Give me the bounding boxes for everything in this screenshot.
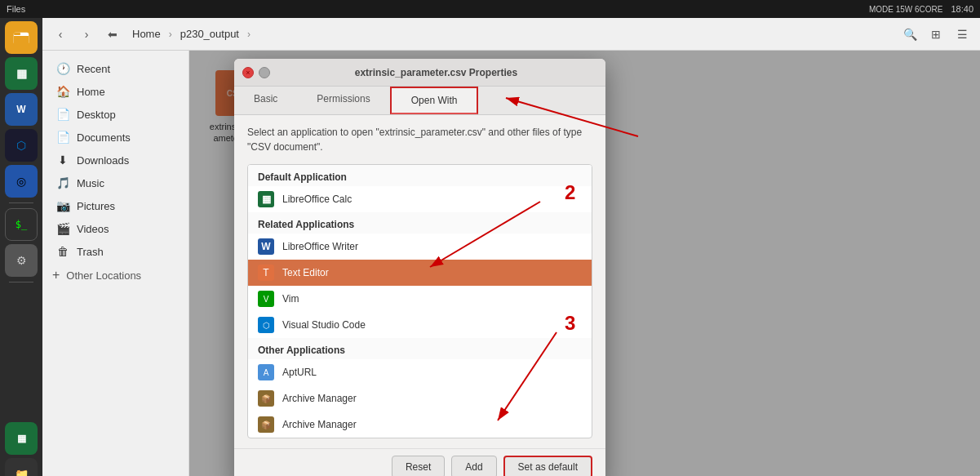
taskbar-mode: MODE 15W 6CORE xyxy=(869,5,943,14)
app-name-vscode: Visual Studio Code xyxy=(282,319,366,331)
parent-button[interactable]: ⬅ xyxy=(101,23,124,46)
app-item-vim[interactable]: V Vim xyxy=(248,286,592,312)
recent-icon: 🕐 xyxy=(55,62,70,75)
properties-dialog: × extrinsic_parameter.csv Properties Bas… xyxy=(234,59,605,476)
app-item-vscode[interactable]: ⬡ Visual Studio Code xyxy=(248,312,592,338)
reset-button[interactable]: Reset xyxy=(392,456,445,476)
dialog-close-button[interactable]: × xyxy=(242,67,254,78)
search-button[interactable]: 🔍 xyxy=(898,23,921,46)
app-item-text-editor[interactable]: T Text Editor xyxy=(248,260,592,286)
sidebar-item-pictures[interactable]: 📷 Pictures xyxy=(46,194,185,217)
dialog-overlay: × extrinsic_parameter.csv Properties Bas… xyxy=(189,51,980,476)
app-name-apturl: AptURL xyxy=(282,367,317,378)
dock: ▦ W ⬡ ◎ $_ ⚙ ▦ 📁 xyxy=(0,18,42,476)
sidebar-recent-label: Recent xyxy=(77,63,110,75)
app-name-vim: Vim xyxy=(282,293,299,305)
dialog-titlebar: × extrinsic_parameter.csv Properties xyxy=(234,59,605,87)
sidebar-add-location[interactable]: + Other Locations xyxy=(42,263,188,287)
svg-rect-1 xyxy=(14,33,20,35)
home-icon: 🏠 xyxy=(55,85,70,98)
section-header-default: Default Application xyxy=(248,165,592,186)
section-header-related: Related Applications xyxy=(248,212,592,234)
menu-button[interactable]: ☰ xyxy=(951,23,973,46)
tab-basic[interactable]: Basic xyxy=(234,87,297,114)
app-name-archive-1: Archive Manager xyxy=(282,393,357,404)
sidebar-item-videos[interactable]: 🎬 Videos xyxy=(46,217,185,240)
downloads-icon: ⬇ xyxy=(55,153,70,167)
sidebar-item-music[interactable]: 🎵 Music xyxy=(46,171,185,194)
sidebar-item-home[interactable]: 🏠 Home xyxy=(46,80,185,103)
dialog-title: extrinsic_parameter.csv Properties xyxy=(275,67,597,78)
calc-default-icon: ▦ xyxy=(258,191,274,207)
sidebar-videos-label: Videos xyxy=(77,223,109,235)
tab-open-with[interactable]: Open With xyxy=(390,87,479,114)
set-default-button[interactable]: Set as default xyxy=(503,456,592,476)
main-area: 🕐 Recent 🏠 Home 📄 Desktop 📄 Documents ⬇ xyxy=(42,51,980,476)
dock-calc[interactable]: ▦ xyxy=(5,57,38,90)
app-item-libreoffice-writer[interactable]: W LibreOffice Writer xyxy=(248,234,592,260)
breadcrumb-sep2: › xyxy=(247,29,251,40)
app-name-text-editor: Text Editor xyxy=(282,267,329,278)
sidebar-item-downloads[interactable]: ⬇ Downloads xyxy=(46,149,185,171)
documents-icon: 📄 xyxy=(55,131,70,144)
dialog-minimize-button[interactable] xyxy=(259,67,270,78)
sidebar-item-recent[interactable]: 🕐 Recent xyxy=(46,57,185,80)
app-list: Default Application ▦ LibreOffice Calc R… xyxy=(247,164,592,438)
breadcrumb-home[interactable]: Home xyxy=(127,26,166,42)
dialog-description: Select an application to open "extrinsic… xyxy=(247,125,592,154)
app-item-apturl[interactable]: A AptURL xyxy=(248,359,592,385)
sidebar-desktop-label: Desktop xyxy=(77,109,116,121)
dock-vscode[interactable]: ⬡ xyxy=(5,129,38,162)
sidebar-item-desktop[interactable]: 📄 Desktop xyxy=(46,103,185,126)
dock-calc2[interactable]: ▦ xyxy=(5,422,38,455)
breadcrumb-sep: › xyxy=(169,29,172,40)
sidebar-downloads-label: Downloads xyxy=(77,154,129,167)
sidebar-item-documents[interactable]: 📄 Documents xyxy=(46,126,185,149)
dialog-tabs: Basic Permissions Open With xyxy=(234,87,605,115)
back-button[interactable]: ‹ xyxy=(49,23,72,46)
taskbar: Files MODE 15W 6CORE 18:40 xyxy=(0,0,980,18)
dock-terminal[interactable]: $_ xyxy=(5,208,38,241)
dock-files2[interactable]: 📁 xyxy=(5,458,38,476)
toolbar-right: 🔍 ⊞ ☰ xyxy=(898,23,973,46)
section-header-other: Other Applications xyxy=(248,338,592,359)
dock-chrome[interactable]: ◎ xyxy=(5,165,38,198)
dialog-content: Select an application to open "extrinsic… xyxy=(234,115,605,448)
breadcrumb-folder[interactable]: p230_output xyxy=(175,26,244,42)
dock-settings[interactable]: ⚙ xyxy=(5,244,38,277)
tab-permissions[interactable]: Permissions xyxy=(297,87,389,114)
app-item-libreoffice-calc-default[interactable]: ▦ LibreOffice Calc xyxy=(248,186,592,212)
other-locations-label: Other Locations xyxy=(66,269,141,282)
sidebar-trash-label: Trash xyxy=(77,246,104,258)
dock-files[interactable] xyxy=(5,21,38,54)
app-name-libreoffice-writer: LibreOffice Writer xyxy=(282,241,358,252)
sidebar-home-label: Home xyxy=(77,86,105,98)
taskbar-right: MODE 15W 6CORE 18:40 xyxy=(869,4,973,14)
trash-icon: 🗑 xyxy=(55,245,70,258)
breadcrumb: Home › p230_output › xyxy=(127,26,895,42)
add-icon: + xyxy=(52,268,60,282)
toolbar: ‹ › ⬅ Home › p230_output › 🔍 ⊞ ☰ xyxy=(42,18,980,51)
view-button[interactable]: ⊞ xyxy=(925,23,947,46)
vscode-icon: ⬡ xyxy=(258,317,274,333)
dock-writer[interactable]: W xyxy=(5,93,38,126)
sidebar: 🕐 Recent 🏠 Home 📄 Desktop 📄 Documents ⬇ xyxy=(42,51,189,476)
text-editor-icon: T xyxy=(258,265,274,281)
writer-icon: W xyxy=(258,238,274,255)
add-button[interactable]: Add xyxy=(451,456,496,476)
sidebar-documents-label: Documents xyxy=(77,131,131,144)
pictures-icon: 📷 xyxy=(55,199,70,212)
taskbar-time: 18:40 xyxy=(951,4,973,14)
app-item-archive-manager-1[interactable]: 📦 Archive Manager xyxy=(248,385,592,411)
file-area: CSV extrinsic_parameter.csv vlo.csv xyxy=(189,51,980,476)
taskbar-left: Files xyxy=(7,4,25,14)
music-icon: 🎵 xyxy=(55,176,70,189)
forward-button[interactable]: › xyxy=(75,23,98,46)
videos-icon: 🎬 xyxy=(55,222,70,235)
close-icon: × xyxy=(246,69,250,77)
app-item-archive-manager-2[interactable]: 📦 Archive Manager xyxy=(248,411,592,438)
sidebar-item-trash[interactable]: 🗑 Trash xyxy=(46,240,185,263)
archive-icon-1: 📦 xyxy=(258,390,274,407)
sidebar-pictures-label: Pictures xyxy=(77,200,115,212)
taskbar-files-label: Files xyxy=(7,4,25,14)
